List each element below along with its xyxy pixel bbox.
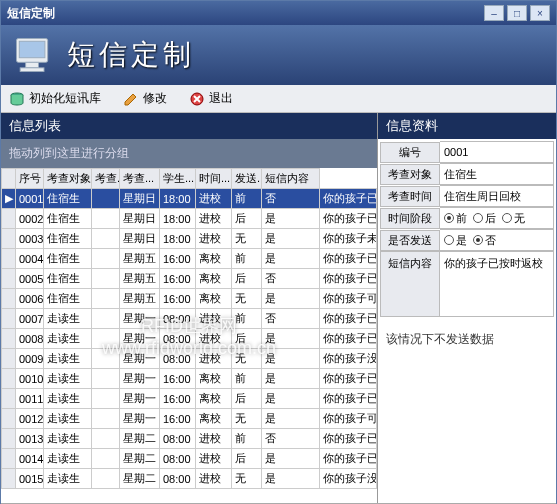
grid-cell: 你的孩子已离校 — [319, 269, 377, 289]
grid-cell: 进校 — [196, 309, 232, 329]
grid-cell: 否 — [262, 269, 320, 289]
grid-cell: 是 — [262, 229, 320, 249]
detail-form: 编号0001 考查对象住宿生 考查时间住宿生周日回校 时间阶段 前 后 无 是否… — [378, 139, 556, 319]
grid-col-header[interactable]: 考查... — [92, 169, 120, 189]
grid-cell: 星期日 — [120, 209, 160, 229]
field-send-label: 是否发送 — [380, 230, 440, 251]
row-selector[interactable] — [2, 449, 16, 469]
row-selector[interactable] — [2, 289, 16, 309]
row-selector[interactable] — [2, 469, 16, 489]
row-selector[interactable] — [2, 349, 16, 369]
row-selector[interactable] — [2, 329, 16, 349]
grid-cell: 星期一 — [120, 389, 160, 409]
close-button[interactable]: × — [530, 5, 550, 21]
table-row[interactable]: 0002住宿生星期日18:00进校后是你的孩子已按时 — [2, 209, 377, 229]
table-row[interactable]: 0004住宿生星期五16:00离校前是你的孩子已按时 — [2, 249, 377, 269]
grid-col-header[interactable]: 考查对象 — [44, 169, 92, 189]
radio-send-no[interactable]: 否 — [473, 233, 496, 248]
restore-button[interactable]: □ — [507, 5, 527, 21]
grid-cell: 走读生 — [44, 449, 92, 469]
grid-cell: 是 — [262, 469, 320, 489]
left-panel-header: 信息列表 — [1, 113, 377, 139]
grid-col-header[interactable]: 时间... — [196, 169, 232, 189]
field-no-value[interactable]: 0001 — [440, 141, 554, 163]
table-row[interactable]: 0011走读生星期一16:00离校后是你的孩子已离校 — [2, 389, 377, 409]
grid-cell — [92, 269, 120, 289]
grid-col-header[interactable]: 短信内容 — [262, 169, 320, 189]
radio-phase-before[interactable]: 前 — [444, 211, 467, 226]
grid-cell: 走读生 — [44, 469, 92, 489]
edit-button[interactable]: 修改 — [119, 88, 171, 109]
row-selector[interactable] — [2, 209, 16, 229]
row-selector[interactable]: ▶ — [2, 189, 16, 209]
grid-cell: 0002 — [16, 209, 44, 229]
grid-cell: 0010 — [16, 369, 44, 389]
svg-rect-2 — [26, 62, 39, 67]
grid-cell: 你的孩子未能准时 — [319, 229, 377, 249]
grid-cell: 后 — [232, 389, 262, 409]
radio-send-yes[interactable]: 是 — [444, 233, 467, 248]
minimize-button[interactable]: – — [484, 5, 504, 21]
titlebar[interactable]: 短信定制 – □ × — [1, 1, 556, 25]
table-row[interactable]: 0005住宿生星期五16:00离校后否你的孩子已离校 — [2, 269, 377, 289]
row-selector[interactable] — [2, 249, 16, 269]
table-row[interactable]: 0003住宿生星期日18:00进校无是你的孩子未能准时 — [2, 229, 377, 249]
grid-col-header[interactable]: 发送... — [232, 169, 262, 189]
grid-cell: 走读生 — [44, 369, 92, 389]
grid-scroll[interactable]: 序号考查对象考查...考查...学生...时间...发送...短信内容 ▶000… — [1, 168, 377, 503]
grid-cell: 你的孩子已按时 — [319, 369, 377, 389]
row-selector[interactable] — [2, 389, 16, 409]
table-row[interactable]: 0013走读生星期二08:00进校前否你的孩子已按时 — [2, 429, 377, 449]
grid-cell: 后 — [232, 449, 262, 469]
field-time-value[interactable]: 住宿生周日回校 — [440, 185, 554, 207]
table-row[interactable]: 0008走读生星期一08:00进校后是你的孩子已按时 — [2, 329, 377, 349]
message-grid[interactable]: 序号考查对象考查...考查...学生...时间...发送...短信内容 ▶000… — [1, 168, 377, 489]
row-selector[interactable] — [2, 369, 16, 389]
init-db-button[interactable]: 初始化短讯库 — [5, 88, 105, 109]
grid-cell: 无 — [232, 349, 262, 369]
row-selector[interactable] — [2, 429, 16, 449]
radio-phase-none[interactable]: 无 — [502, 211, 525, 226]
group-by-hint[interactable]: 拖动列到这里进行分组 — [1, 139, 377, 168]
row-selector[interactable] — [2, 229, 16, 249]
field-phase-label: 时间阶段 — [380, 208, 440, 229]
grid-cell: 星期日 — [120, 189, 160, 209]
field-content-value[interactable]: 你的孩子已按时返校 — [440, 251, 554, 317]
grid-cell: 你的孩子已按时 — [319, 449, 377, 469]
grid-cell: 16:00 — [160, 389, 196, 409]
grid-cell: 走读生 — [44, 429, 92, 449]
table-row[interactable]: 0014走读生星期二08:00进校后是你的孩子已按时 — [2, 449, 377, 469]
table-row[interactable]: 0015走读生星期二08:00进校无是你的孩子没有准 — [2, 469, 377, 489]
exit-button[interactable]: 退出 — [185, 88, 237, 109]
grid-cell — [92, 389, 120, 409]
radio-phase-after[interactable]: 后 — [473, 211, 496, 226]
grid-cell: 0004 — [16, 249, 44, 269]
grid-cell: 进校 — [196, 429, 232, 449]
monitor-icon — [11, 33, 55, 77]
grid-cell: 18:00 — [160, 229, 196, 249]
grid-col-header[interactable]: 考查... — [120, 169, 160, 189]
radio-dot-icon — [473, 213, 483, 223]
table-row[interactable]: ▶0001住宿生星期日18:00进校前否你的孩子已按时返 — [2, 189, 377, 209]
grid-cell: 星期一 — [120, 349, 160, 369]
toolbar: 初始化短讯库 修改 退出 — [1, 85, 556, 113]
grid-col-header[interactable]: 学生... — [160, 169, 196, 189]
row-selector[interactable] — [2, 309, 16, 329]
table-row[interactable]: 0009走读生星期一08:00进校无是你的孩子没有准 — [2, 349, 377, 369]
table-row[interactable]: 0006住宿生星期五16:00离校无是你的孩子可能尚未 — [2, 289, 377, 309]
grid-cell: 住宿生 — [44, 229, 92, 249]
grid-cell: 08:00 — [160, 349, 196, 369]
table-row[interactable]: 0012走读生星期一16:00离校无是你的孩子可能尚 — [2, 409, 377, 429]
grid-cell: 是 — [262, 369, 320, 389]
row-selector[interactable] — [2, 269, 16, 289]
field-obj-value[interactable]: 住宿生 — [440, 163, 554, 185]
grid-cell: 走读生 — [44, 309, 92, 329]
table-row[interactable]: 0010走读生星期一16:00离校前是你的孩子已按时 — [2, 369, 377, 389]
grid-cell: 走读生 — [44, 409, 92, 429]
grid-cell: 进校 — [196, 329, 232, 349]
right-panel: 信息资料 编号0001 考查对象住宿生 考查时间住宿生周日回校 时间阶段 前 后… — [378, 113, 556, 503]
grid-col-header[interactable]: 序号 — [16, 169, 44, 189]
row-selector[interactable] — [2, 409, 16, 429]
grid-cell: 是 — [262, 329, 320, 349]
table-row[interactable]: 0007走读生星期一08:00进校前否你的孩子已按时 — [2, 309, 377, 329]
